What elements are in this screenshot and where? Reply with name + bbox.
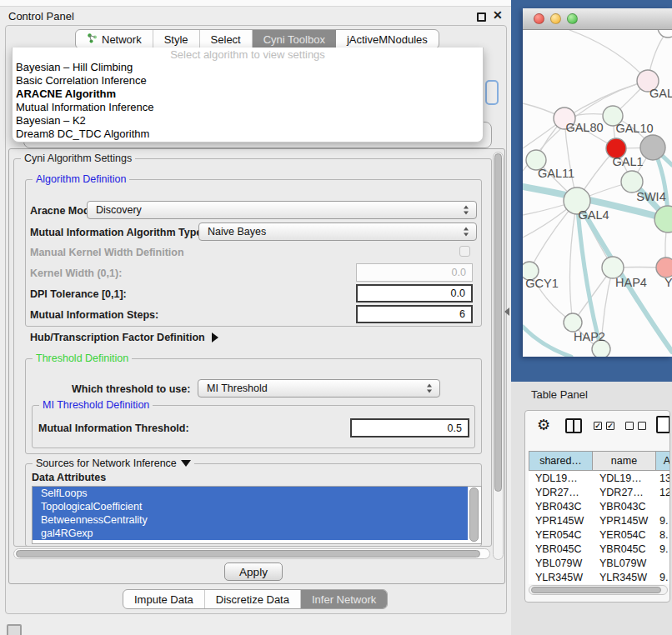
table-cell[interactable]: YER054C (593, 529, 656, 541)
table-cell[interactable]: YBR043C (593, 501, 656, 512)
algorithm-option[interactable]: Mutual Information Inference (13, 101, 483, 114)
tab-select[interactable]: Select (200, 30, 253, 48)
node-label: GAL80 (565, 121, 603, 134)
table-row[interactable]: YPR145WYPR145W9. (529, 513, 670, 528)
apply-button[interactable]: Apply (224, 562, 283, 581)
table-cell[interactable]: YPR145W (593, 515, 656, 527)
which-threshold-combo[interactable]: MI Threshold (198, 379, 440, 398)
table-cell[interactable]: 8. (656, 529, 670, 541)
table-cell[interactable]: YBR043C (529, 501, 593, 512)
close-traffic-light[interactable] (534, 13, 544, 24)
table-row[interactable]: YDR27…YDR27…12 (529, 485, 670, 499)
table-cell[interactable]: YBL079W (593, 558, 656, 569)
algorithm-definition-title: Algorithm Definition (33, 173, 129, 185)
settings-hscroll-thumb[interactable] (16, 550, 480, 558)
table-cell[interactable]: YLR345W (529, 572, 593, 583)
table-row[interactable]: YLR345WYLR345W9. (529, 570, 670, 584)
table-row[interactable]: YDL19…YDL19…13 (529, 471, 670, 485)
split-view-icon[interactable] (565, 418, 582, 433)
table-cell[interactable]: YDR27… (529, 487, 593, 498)
table-cell[interactable]: YDL19… (593, 472, 656, 484)
mi-steps-field[interactable]: 6 (356, 305, 473, 323)
table-hscroll-thumb[interactable] (531, 587, 661, 593)
float-icon[interactable] (477, 12, 486, 22)
spinner-icon (464, 228, 469, 237)
kernel-width-field[interactable]: 0.0 (356, 263, 473, 282)
table-hscroll-track[interactable] (529, 585, 668, 595)
algorithm-option[interactable]: ARACNE Algorithm (13, 88, 483, 101)
table-cell[interactable]: YBR045C (593, 543, 656, 555)
focused-combo-fragment (485, 80, 499, 105)
tab-cyni-toolbox[interactable]: Cyni Toolbox (253, 30, 336, 48)
new-table-icon[interactable] (656, 416, 670, 433)
cyni-settings-title: Cyni Algorithm Settings (21, 152, 135, 164)
network-canvas[interactable]: GALGAL80GAL10GAL1GAL11SWI4GAL4GCY1HAP4YH… (523, 30, 672, 357)
tab-jactivemnodules[interactable]: jActiveMNodules (336, 30, 439, 48)
table-cell[interactable]: YBR045C (529, 543, 593, 555)
attribute-item[interactable]: SelfLoops (33, 487, 468, 500)
column-header[interactable]: name (593, 451, 656, 471)
table-cell[interactable]: YPR145W (529, 515, 593, 527)
table-row[interactable]: YBL079WYBL079W (529, 556, 670, 570)
tab-network[interactable]: Network (76, 30, 153, 48)
show-columns-icon[interactable]: ✓ (594, 422, 602, 430)
popup-placeholder: Select algorithm to view settings (13, 48, 483, 61)
algorithm-option[interactable]: Basic Correlation Inference (13, 74, 483, 88)
column-header[interactable]: shared… (529, 451, 593, 471)
table-cell[interactable]: YLR345W (593, 572, 656, 583)
hub-section-toggle[interactable]: Hub/Transcription Factor Definition (30, 332, 218, 343)
table-cell[interactable]: 9. (656, 515, 670, 527)
table-row[interactable]: YER054CYER054C8. (529, 528, 670, 542)
manual-kernel-checkbox[interactable] (459, 246, 470, 257)
algorithm-option[interactable]: Bayesian – Hill Climbing (13, 61, 483, 74)
dpi-tolerance-label: DPI Tolerance [0,1]: (30, 288, 127, 300)
attribute-item[interactable]: gal4RGexp (33, 527, 468, 540)
minimized-panel-icon[interactable] (7, 624, 22, 635)
node-label: GAL4 (578, 208, 609, 222)
network-icon (87, 32, 98, 46)
hide-columns-icon[interactable] (625, 422, 634, 430)
table-cell[interactable]: 9. (656, 543, 670, 555)
table-cell[interactable]: 9. (656, 572, 670, 583)
sources-toggle[interactable]: Sources for Network Inference (33, 458, 194, 469)
zoom-traffic-light[interactable] (567, 13, 578, 24)
attribute-item[interactable]: BetweennessCentrality (33, 513, 468, 527)
tab-impute-data[interactable]: Impute Data (123, 590, 205, 608)
hide-columns-icon[interactable] (638, 422, 646, 430)
show-columns-icon[interactable]: ✓ (606, 422, 614, 430)
table-cell[interactable]: 12 (656, 487, 670, 498)
mi-threshold-field[interactable]: 0.5 (350, 418, 469, 438)
table-cell[interactable]: 13 (656, 472, 670, 484)
network-window-titlebar[interactable] (523, 8, 672, 30)
tab-discretize-data[interactable]: Discretize Data (205, 590, 301, 608)
mi-type-combo[interactable]: Naive Bayes (198, 222, 477, 241)
tab-infer-network[interactable]: Infer Network (301, 590, 387, 608)
splitter-collapse-arrow[interactable] (504, 308, 509, 316)
table-cell[interactable]: YBL079W (529, 558, 593, 569)
data-attributes-label: Data Attributes (32, 472, 106, 483)
settings-vscroll-thumb[interactable] (494, 153, 502, 492)
tab-style[interactable]: Style (153, 30, 200, 48)
table-cell[interactable]: YDL19… (529, 472, 593, 484)
dpi-tolerance-field[interactable]: 0.0 (356, 284, 473, 302)
node-hap2[interactable] (564, 313, 582, 332)
table-cell[interactable]: YDR27… (593, 487, 656, 498)
algorithm-option[interactable]: Dream8 DC_TDC Algorithm (13, 128, 483, 141)
table-row[interactable]: YBR043CYBR043C (529, 499, 670, 513)
table-row[interactable]: YBR045CYBR045C9. (529, 542, 670, 556)
column-header[interactable]: A (656, 451, 670, 471)
node-label: GAL11 (538, 167, 574, 180)
algorithm-option[interactable]: Bayesian – K2 (13, 114, 483, 128)
node-salmon[interactable] (656, 258, 672, 278)
settings-gear-icon[interactable]: ⚙ (537, 418, 550, 432)
node-top[interactable] (658, 30, 672, 38)
node-gray[interactable] (640, 135, 665, 160)
aracne-mode-combo[interactable]: Discovery (87, 201, 477, 219)
table-cell[interactable]: YER054C (529, 529, 593, 541)
data-attributes-list[interactable]: SelfLoopsTopologicalCoefficientBetweenne… (32, 486, 482, 544)
minimize-traffic-light[interactable] (550, 13, 561, 24)
attribute-item[interactable]: TopologicalCoefficient (33, 500, 468, 513)
control-panel-title: Control Panel (8, 10, 74, 22)
attributes-scrollbar-thumb[interactable] (469, 488, 479, 542)
close-icon[interactable]: ✕ (493, 8, 503, 22)
